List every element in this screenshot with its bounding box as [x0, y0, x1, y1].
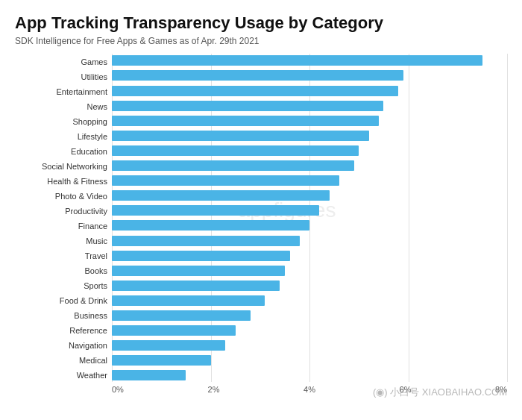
- x-axis-label: 4%: [304, 385, 315, 394]
- bar: [112, 205, 319, 216]
- bar-row: [112, 99, 507, 113]
- bar: [112, 251, 290, 261]
- y-label: Education: [15, 145, 112, 158]
- bar: [112, 70, 403, 81]
- bar: [112, 355, 211, 366]
- y-label: Shopping: [15, 115, 112, 128]
- y-label: Lifestyle: [15, 130, 112, 143]
- bar: [112, 280, 280, 291]
- y-label: Books: [15, 264, 112, 278]
- x-axis-label: 0%: [112, 385, 124, 394]
- y-label: Reference: [15, 324, 112, 337]
- bar: [112, 175, 339, 186]
- bar: [112, 370, 186, 380]
- y-label: Business: [15, 309, 112, 322]
- y-label: Health & Fitness: [15, 175, 112, 188]
- bar-row: [112, 249, 507, 263]
- bar: [112, 160, 354, 171]
- bar: [112, 86, 398, 96]
- x-axis-label: 2%: [208, 385, 220, 394]
- bar: [112, 220, 309, 231]
- bar-row: [112, 264, 507, 278]
- bar: [112, 236, 300, 246]
- bar-row: [112, 129, 507, 142]
- bar-row: [112, 54, 507, 67]
- chart-area: GamesUtilitiesEntertainmentNewsShoppingL…: [15, 54, 507, 382]
- bar: [112, 295, 265, 306]
- bar-row: [112, 309, 507, 322]
- bar: [112, 116, 379, 126]
- y-label: Sports: [15, 279, 112, 292]
- grid-line: [507, 54, 508, 382]
- bar-row: [112, 324, 507, 337]
- y-label: Entertainment: [15, 85, 112, 98]
- bar-row: [112, 354, 507, 367]
- y-label: Travel: [15, 249, 112, 263]
- y-label: Food & Drink: [15, 294, 112, 307]
- y-label: Navigation: [15, 339, 112, 352]
- bar: [112, 266, 285, 276]
- y-label: Finance: [15, 219, 112, 233]
- bar-row: [112, 294, 507, 307]
- chart-title: App Tracking Transparency Usage by Categ…: [15, 13, 507, 33]
- y-label: Productivity: [15, 204, 112, 218]
- bar: [112, 340, 225, 351]
- bar-row: [112, 159, 507, 172]
- bar: [112, 190, 330, 201]
- bar: [112, 101, 383, 111]
- chart-container: App Tracking Transparency Usage by Categ…: [0, 0, 522, 420]
- bar-row: [112, 174, 507, 187]
- bar-row: [112, 84, 507, 98]
- bar-row: [112, 189, 507, 202]
- y-label: Photo & Video: [15, 189, 112, 203]
- y-label: Games: [15, 55, 112, 69]
- y-axis-labels: GamesUtilitiesEntertainmentNewsShoppingL…: [15, 54, 112, 382]
- y-label: Music: [15, 234, 112, 248]
- watermark-footer: (◉) 小白号 XIAOBAIHAO.COM: [373, 386, 507, 399]
- bar-row: [112, 69, 507, 82]
- y-label: Weather: [15, 369, 112, 382]
- bar-row: [112, 339, 507, 352]
- bar: [112, 310, 251, 321]
- bar-row: [112, 279, 507, 292]
- chart-subtitle: SDK Intelligence for Free Apps & Games a…: [15, 36, 507, 46]
- bar: [112, 55, 482, 66]
- bar: [112, 325, 236, 336]
- bar-row: [112, 219, 507, 232]
- bar-row: [112, 234, 507, 248]
- y-label: Medical: [15, 354, 112, 367]
- bar: [112, 131, 369, 141]
- y-label: Utilities: [15, 70, 112, 84]
- bar-row: [112, 369, 507, 382]
- bar: [112, 145, 359, 156]
- y-label: News: [15, 100, 112, 113]
- bar-row: [112, 204, 507, 217]
- y-label: Social Networking: [15, 160, 112, 173]
- bar-row: [112, 114, 507, 128]
- bars-area: [112, 54, 507, 382]
- bar-row: [112, 144, 507, 157]
